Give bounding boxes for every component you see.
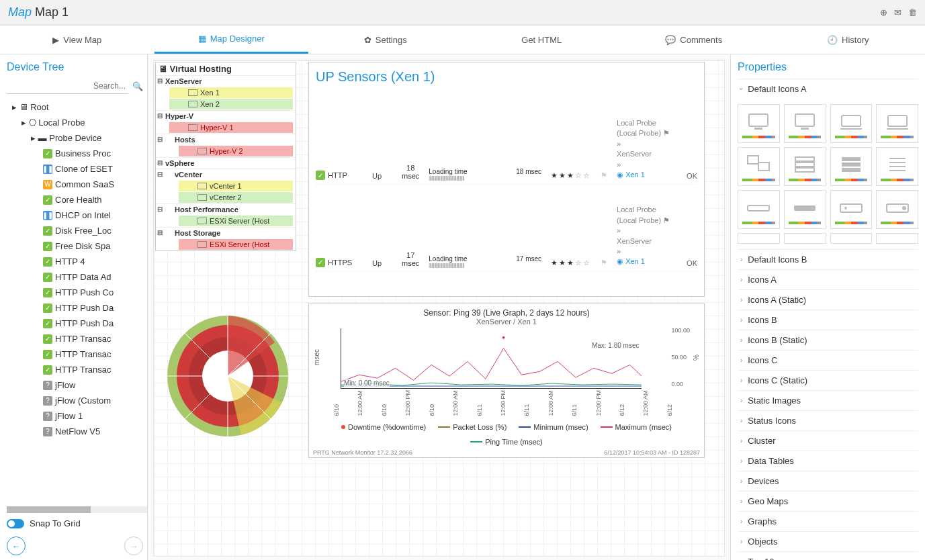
tab-map-designer[interactable]: ▦Map Designer [155, 26, 309, 54]
up-sensors-widget[interactable]: UP Sensors (Xen 1) ✓HTTPUp18msecLoading … [308, 62, 705, 297]
library-icon[interactable] [830, 104, 873, 143]
library-icon[interactable] [784, 190, 826, 229]
sensor-row[interactable]: ✓HTTPUp18msecLoading time18 msec||||||||… [316, 98, 697, 185]
sensor-row[interactable]: ✓HTTPSUp17msecLoading time17 msec|||||||… [316, 185, 697, 271]
tree-sensor[interactable]: ✓HTTP Transac [7, 362, 147, 377]
vhost-group[interactable]: XenServer [156, 76, 296, 87]
tree-sensor[interactable]: ✓Business Proc [7, 146, 147, 161]
accordion-icons-a[interactable]: ›Icons A [738, 269, 918, 289]
vhost-device[interactable]: Hyper-V 2 [179, 146, 293, 156]
accordion-top-10[interactable]: ›Top 10 [738, 551, 918, 560]
accordion-graphs[interactable]: ›Graphs [738, 511, 918, 531]
add-icon[interactable]: ⊕ [880, 7, 887, 17]
accordion-static-images[interactable]: ›Static Images [738, 390, 918, 410]
library-icon[interactable] [830, 147, 873, 186]
tree-sensor[interactable]: WCommon SaaS [7, 177, 147, 192]
vhost-group[interactable]: Hosts [156, 134, 296, 145]
vhost-group[interactable]: Host Storage [156, 228, 296, 238]
library-icon[interactable] [876, 104, 918, 143]
vhost-device[interactable]: Hyper-V 1 [169, 122, 293, 133]
map-canvas[interactable]: 🖥 Virtual HostingXenServerXen 1Xen 2Hype… [148, 54, 730, 560]
tree-sensor[interactable]: ✓Disk Free_Loc [7, 223, 147, 238]
live-graph-widget[interactable]: Sensor: Ping 39 (Live Graph, 2 days 12 h… [308, 304, 705, 458]
accordion-devices[interactable]: ›Devices [738, 471, 918, 491]
accordion-geo-maps[interactable]: ›Geo Maps [738, 491, 918, 511]
tree-root[interactable]: ▸ 🖥 Root [7, 99, 147, 115]
svg-rect-30 [794, 205, 816, 211]
graph-legend: Downtime (%downtime)Packet Loss (%)Minim… [313, 423, 700, 446]
accordion-icons-b-static-[interactable]: ›Icons B (Static) [738, 330, 918, 350]
svg-rect-22 [842, 157, 861, 161]
tree-sensor[interactable]: ?jFlow [7, 377, 147, 393]
status-icon: ✓ [43, 319, 52, 328]
tree-sensor[interactable]: ✓HTTP Transac [7, 346, 147, 362]
tab-get-html[interactable]: Get HTML [463, 26, 617, 54]
tree-sensor[interactable]: ✓HTTP Data Ad [7, 269, 147, 285]
accordion-icons-c[interactable]: ›Icons C [738, 350, 918, 370]
library-icon[interactable] [784, 147, 826, 186]
library-icon[interactable] [738, 233, 780, 244]
snap-toggle[interactable] [7, 519, 24, 528]
tree-sensor[interactable]: ✓HTTP Transac [7, 331, 147, 346]
tree-sensor[interactable]: ✓HTTP 4 [7, 254, 147, 269]
library-icon[interactable] [830, 233, 873, 244]
tab-history[interactable]: 🕘History [771, 26, 926, 54]
library-icon[interactable] [830, 190, 873, 229]
status-icon: ✓ [43, 195, 52, 205]
nav-forward-button: → [124, 536, 143, 555]
vhost-device[interactable]: Xen 1 [169, 87, 293, 98]
vhost-device[interactable]: vCenter 2 [179, 192, 293, 203]
accordion-cluster[interactable]: ›Cluster [738, 430, 918, 451]
tree-sensor[interactable]: ✓HTTP Push Da [7, 316, 147, 331]
status-icon: ? [43, 396, 52, 406]
accordion-default-icons-a[interactable]: ›Default Icons A [738, 79, 918, 99]
accordion-data-tables[interactable]: ›Data Tables [738, 451, 918, 471]
vhost-device[interactable]: vCenter 1 [179, 181, 293, 191]
library-icon[interactable] [738, 104, 780, 143]
tree-sensor[interactable]: ✓HTTP Push Co [7, 285, 147, 300]
sunburst-widget[interactable] [161, 309, 302, 450]
tree-sensor[interactable]: ✓HTTP Push Da [7, 300, 147, 316]
nav-back-button[interactable]: ← [7, 536, 26, 555]
library-icon[interactable] [876, 190, 918, 229]
tree-sensor[interactable]: ✓Core Health [7, 192, 147, 207]
search-icon[interactable]: 🔍 [132, 81, 143, 91]
tree-sensor[interactable]: ❚❚DHCP on Intel [7, 207, 147, 223]
tree-sensor[interactable]: ?jFlow (Custom [7, 393, 147, 408]
tree-probe-device[interactable]: ▸ ▬ Probe Device [7, 130, 147, 146]
search-input[interactable] [7, 79, 128, 94]
accordion-icons-c-static-[interactable]: ›Icons C (Static) [738, 370, 918, 390]
status-icon: ❚❚ [43, 211, 52, 220]
tab-settings[interactable]: ✿Settings [308, 26, 463, 54]
library-icon[interactable] [784, 233, 826, 244]
library-icon[interactable] [876, 233, 918, 244]
library-icon[interactable] [784, 104, 826, 143]
library-icon[interactable] [876, 147, 918, 186]
tree-scroll-h[interactable] [7, 506, 147, 513]
vhost-group[interactable]: Hyper-V [156, 111, 296, 122]
tree-sensor[interactable]: ❚❚Clone of ESET [7, 161, 147, 177]
accordion-objects[interactable]: ›Objects [738, 531, 918, 551]
vhost-group[interactable]: vSphere [156, 158, 296, 169]
accordion-icons-a-static-[interactable]: ›Icons A (Static) [738, 289, 918, 310]
vhost-device[interactable]: ESXi Server (Host [179, 239, 293, 250]
virtual-hosting-widget[interactable]: 🖥 Virtual HostingXenServerXen 1Xen 2Hype… [155, 62, 296, 251]
accordion-status-icons[interactable]: ›Status Icons [738, 410, 918, 430]
tree-local-probe[interactable]: ▸ ⎔ Local Probe [7, 115, 147, 130]
accordion-default-icons-b[interactable]: ›Default Icons B [738, 249, 918, 269]
tree-sensor[interactable]: ?NetFlow V5 [7, 424, 147, 439]
vhost-device[interactable]: ESXi Server (Host [179, 216, 293, 226]
library-icon[interactable] [738, 190, 780, 229]
mail-icon[interactable]: ✉ [894, 7, 901, 17]
tree-sensor[interactable]: ?jFlow 1 [7, 408, 147, 424]
vhost-device[interactable]: Xen 2 [169, 99, 293, 109]
device-tree[interactable]: ▸ 🖥 Root▸ ⎔ Local Probe▸ ▬ Probe Device✓… [7, 99, 147, 505]
accordion-icons-b[interactable]: ›Icons B [738, 310, 918, 330]
tree-sensor[interactable]: ✓Free Disk Spa [7, 238, 147, 254]
tab-comments[interactable]: 💬Comments [617, 26, 771, 54]
vhost-group[interactable]: Host Performance [156, 204, 296, 215]
vhost-group[interactable]: vCenter [156, 169, 296, 180]
library-icon[interactable] [738, 147, 780, 186]
delete-icon[interactable]: 🗑 [908, 7, 917, 17]
tab-view-map[interactable]: ▶View Map [0, 26, 155, 54]
